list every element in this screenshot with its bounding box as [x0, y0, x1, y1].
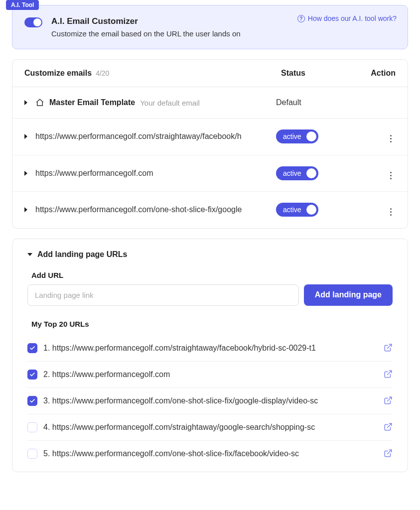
caret-down-icon: [27, 253, 32, 256]
row-name-cell: https://www.performancegolf.com: [35, 169, 271, 178]
svg-line-1: [388, 371, 392, 375]
url-text: 3. https://www.performancegolf.com/one-s…: [43, 395, 378, 407]
row-status-cell: active: [276, 166, 351, 180]
status-label: active: [283, 132, 301, 140]
table-header: Customize emails 4/20 Status Action: [12, 60, 408, 87]
svg-line-2: [388, 397, 392, 401]
top-urls-heading: My Top 20 URLs: [31, 320, 393, 328]
column-action: Action: [356, 69, 396, 78]
row-name-cell: Master Email TemplateYour default email: [35, 98, 271, 107]
row-status-cell: active: [276, 203, 351, 217]
caret-right-icon: [24, 171, 27, 176]
help-text: How does our A.I. tool work?: [308, 14, 397, 22]
url-checkbox[interactable]: [27, 449, 37, 459]
row-status-cell: Default: [276, 98, 351, 107]
toggle-knob: [306, 168, 316, 178]
table-row[interactable]: https://www.performancegolf.com/one-shot…: [12, 192, 408, 228]
url-text: 4. https://www.performancegolf.com/strai…: [43, 421, 378, 433]
external-link-icon[interactable]: [384, 449, 393, 460]
row-status-cell: active: [276, 129, 351, 143]
row-action-cell: [356, 203, 396, 217]
table-row[interactable]: https://www.performancegolf.com/straight…: [12, 119, 408, 155]
url-checkbox[interactable]: [27, 422, 37, 432]
status-label: active: [283, 169, 301, 177]
external-link-icon[interactable]: [384, 343, 393, 354]
url-checkbox[interactable]: [27, 396, 37, 406]
external-link-icon[interactable]: [384, 370, 393, 381]
kebab-menu-icon[interactable]: [386, 207, 396, 217]
landing-section-toggle[interactable]: Add landing page URLs: [27, 250, 393, 259]
row-label: Master Email Template: [49, 98, 135, 107]
row-action-cell: [356, 129, 396, 144]
table-row[interactable]: https://www.performancegolf.comactive: [12, 155, 408, 192]
toggle-knob: [306, 205, 316, 215]
status-label: Default: [276, 98, 301, 107]
landing-section-title: Add landing page URLs: [37, 250, 127, 259]
help-icon: ?: [297, 15, 305, 22]
url-checkbox[interactable]: [27, 343, 37, 353]
ai-tool-panel: A.I. Tool A.I. Email Customizer Customiz…: [12, 5, 408, 49]
landing-url-input[interactable]: [27, 284, 299, 306]
column-status: Status: [281, 69, 356, 78]
row-subtext: Your default email: [140, 99, 200, 107]
list-item: 1. https://www.performancegolf.com/strai…: [27, 335, 393, 362]
url-checkbox[interactable]: [27, 370, 37, 380]
row-name-cell: https://www.performancegolf.com/straight…: [35, 132, 271, 141]
toggle-knob: [33, 18, 41, 26]
status-toggle[interactable]: active: [276, 129, 318, 143]
table-row[interactable]: Master Email TemplateYour default emailD…: [12, 87, 408, 119]
home-icon: [35, 98, 44, 107]
status-label: active: [283, 206, 301, 214]
row-name-cell: https://www.performancegolf.com/one-shot…: [35, 205, 271, 214]
svg-line-4: [388, 450, 392, 454]
caret-right-icon: [24, 134, 27, 139]
table-heading: Customize emails: [24, 69, 92, 78]
list-item: 5. https://www.performancegolf.com/one-s…: [27, 441, 393, 467]
list-item: 3. https://www.performancegolf.com/one-s…: [27, 388, 393, 414]
list-item: 2. https://www.performancegolf.com: [27, 362, 393, 388]
row-action-cell: [356, 166, 396, 181]
row-label: https://www.performancegolf.com/straight…: [35, 132, 242, 141]
ai-tool-badge: A.I. Tool: [6, 0, 39, 10]
kebab-menu-icon[interactable]: [386, 170, 396, 180]
status-toggle[interactable]: active: [276, 166, 318, 180]
kebab-menu-icon[interactable]: [386, 134, 396, 144]
ai-tool-toggle[interactable]: [24, 17, 42, 27]
caret-right-icon: [24, 100, 27, 105]
toggle-knob: [306, 131, 316, 141]
row-label: https://www.performancegolf.com: [35, 169, 153, 178]
add-landing-page-button[interactable]: Add landing page: [304, 284, 393, 306]
url-text: 5. https://www.performancegolf.com/one-s…: [43, 448, 378, 460]
customize-emails-card: Customize emails 4/20 Status Action Mast…: [12, 59, 408, 229]
landing-section: Add landing page URLs Add URL Add landin…: [12, 239, 408, 472]
url-text: 1. https://www.performancegolf.com/strai…: [43, 342, 378, 354]
url-text: 2. https://www.performancegolf.com: [43, 369, 378, 381]
list-item: 4. https://www.performancegolf.com/strai…: [27, 414, 393, 441]
svg-line-3: [388, 423, 392, 427]
external-link-icon[interactable]: [384, 422, 393, 433]
emails-count: 4/20: [96, 69, 109, 77]
svg-line-0: [388, 344, 392, 348]
row-label: https://www.performancegolf.com/one-shot…: [35, 205, 242, 214]
add-url-label: Add URL: [31, 271, 393, 279]
caret-right-icon: [24, 207, 27, 212]
ai-tool-description: Customize the email based on the URL the…: [51, 29, 396, 38]
status-toggle[interactable]: active: [276, 203, 318, 217]
external-link-icon[interactable]: [384, 396, 393, 407]
ai-tool-help-link[interactable]: ? How does our A.I. tool work?: [297, 14, 397, 22]
